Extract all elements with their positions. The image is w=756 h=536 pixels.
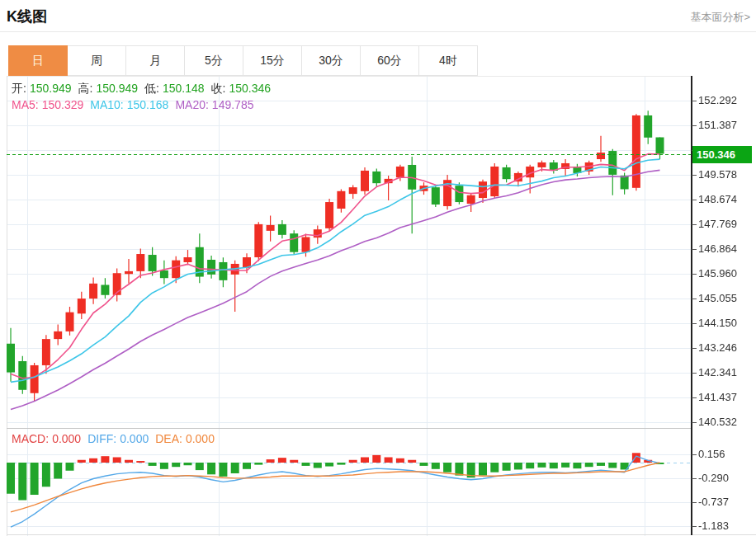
ohlc-legend-item: 收:150.346 [211,82,275,96]
axis-tickmark [692,101,697,101]
fundamental-analysis-link[interactable]: 基本面分析> [690,10,750,25]
tab-周[interactable]: 周 [67,45,126,76]
axis-tickmark [692,348,697,349]
axis-tickmark [692,526,697,527]
tab-月[interactable]: 月 [125,45,185,76]
macd-legend-item: MACD:0.000 [12,432,84,445]
axis-tickmark [692,200,697,200]
header-divider [0,31,756,32]
tab-5分[interactable]: 5分 [184,45,243,76]
ohlc-legend-item: 低:150.148 [144,82,208,96]
ohlc-legend-item: 高:150.949 [78,82,142,96]
macd-legend: MACD:0.000DIFF:0.000DEA:0.000 [12,432,221,445]
axis-label: 146.864 [698,242,737,256]
axis-tickmark [692,274,697,275]
ma-legend-item: MA20:149.785 [175,98,257,111]
axis-label: 141.437 [698,390,737,405]
tab-4时[interactable]: 4时 [418,45,478,76]
ma-legend-item: MA10:150.168 [90,98,172,111]
axis-label: 151.387 [698,118,737,133]
axis-tickmark [692,373,697,374]
tab-日[interactable]: 日 [8,45,68,76]
axis-tickmark [692,224,697,225]
axis-tickmark [692,125,697,126]
tab-15分[interactable]: 15分 [243,45,302,76]
axis-label: 144.150 [698,316,737,331]
axis-label: 147.769 [698,217,737,232]
axis-tickmark [692,323,697,324]
axis-tickmark [692,454,697,455]
tab-30分[interactable]: 30分 [301,45,361,76]
axis-label: 142.341 [698,365,737,380]
axis-label: 143.246 [698,341,737,355]
axis-tickmark [692,175,697,176]
macd-legend-item: DIFF:0.000 [87,432,152,445]
tab-60分[interactable]: 60分 [360,45,419,76]
current-price-badge: 150.346 [692,146,752,163]
ohlc-legend: 开:150.949高:150.949低:150.148收:150.346 [12,82,277,96]
timeframe-tabs: 日周月5分15分30分60分4时 [8,45,478,76]
price-axis-line [691,76,692,535]
axis-tickmark [692,299,697,299]
axis-label: 148.674 [698,192,737,207]
axis-tickmark [692,397,697,398]
axis-label: 140.532 [698,415,737,430]
ohlc-legend-item: 开:150.949 [12,82,75,96]
axis-tickmark [692,502,697,503]
ma-legend-item: MA5:150.329 [12,98,87,111]
axis-label: -1.183 [698,519,729,534]
kline-chart-canvas[interactable] [7,76,692,536]
axis-tickmark [692,422,697,423]
axis-tickmark [692,478,697,479]
axis-label: 149.578 [698,167,737,182]
chart-bottom-border [7,534,756,535]
axis-label: 0.156 [698,447,725,462]
axis-label: 145.055 [698,291,737,306]
axis-label: -0.290 [698,471,729,486]
page-title: K线图 [7,7,47,26]
macd-legend-item: DEA:0.000 [155,432,218,445]
axis-tickmark [692,249,697,250]
axis-label: 152.292 [698,93,737,108]
axis-label: -0.737 [698,495,729,510]
axis-label: 145.960 [698,266,737,281]
ma-legend: MA5:150.329MA10:150.168MA20:149.785 [12,98,260,111]
kline-page: K线图 基本面分析> 日周月5分15分30分60分4时 开:150.949高:1… [0,0,756,536]
